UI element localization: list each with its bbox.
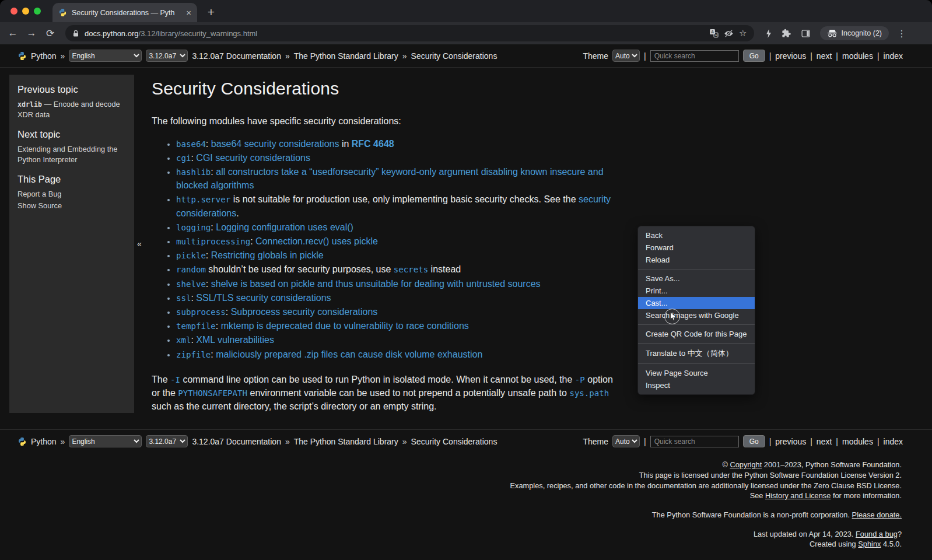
relbar-link-modules[interactable]: modules (842, 51, 873, 61)
show-source-link[interactable]: Show Source (17, 201, 126, 211)
bookmark-star-icon[interactable]: ☆ (739, 28, 747, 38)
doc-link[interactable]: Logging configuration uses eval() (216, 222, 353, 232)
quick-search-input[interactable] (650, 50, 739, 62)
python-home-link[interactable]: Python (31, 437, 57, 446)
text-run: shouldn’t be used for security purposes,… (206, 264, 394, 274)
forward-button[interactable]: → (23, 25, 40, 41)
doc-link[interactable]: Please donate. (852, 510, 902, 519)
previous-topic-link[interactable]: xdrlib — Encode and decode XDR data (17, 99, 126, 120)
doc-link[interactable]: Connection.recv() uses pickle (255, 236, 378, 246)
version-select[interactable]: 3.12.0a7 (146, 435, 188, 447)
side-panel-icon[interactable] (801, 29, 811, 38)
go-button[interactable]: Go (743, 50, 765, 62)
code-link[interactable]: tempfile (176, 321, 216, 331)
relbar-link-previous[interactable]: previous (775, 437, 806, 446)
active-tab[interactable]: Security Considerations — Pyth × (52, 3, 197, 22)
extensions-puzzle-icon[interactable] (782, 29, 791, 38)
code-link[interactable]: secrets (394, 265, 428, 274)
relbar-link-previous[interactable]: previous (775, 51, 806, 61)
doc-link[interactable]: mktemp is deprecated due to vulnerabilit… (221, 321, 469, 331)
sidebar-heading-this-page: This Page (17, 174, 126, 185)
doc-link[interactable]: shelve is based on pickle and thus unsui… (211, 279, 541, 289)
context-menu-item[interactable]: Save As... (638, 272, 755, 285)
reload-button[interactable]: ⟳ (42, 25, 58, 41)
language-select[interactable]: English (69, 50, 142, 62)
breadcrumb-item[interactable]: 3.12.0a7 Documentation (192, 51, 281, 61)
python-home-link[interactable]: Python (31, 51, 57, 61)
translate-icon[interactable]: Aa (709, 29, 719, 38)
doc-link[interactable]: maliciously prepared .zip files can caus… (216, 349, 482, 359)
tracking-protection-eye-icon[interactable] (724, 29, 734, 38)
code-link[interactable]: multiprocessing (176, 237, 250, 246)
doc-link[interactable]: SSL/TLS security considerations (196, 293, 331, 303)
extension-icon[interactable] (765, 29, 772, 38)
code-link[interactable]: base64 (176, 139, 206, 149)
theme-select[interactable]: Auto (612, 435, 640, 447)
code-link[interactable]: pickle (176, 251, 206, 260)
context-menu-item[interactable]: Search Images with Google (638, 309, 755, 321)
go-button[interactable]: Go (743, 435, 765, 447)
browser-menu-icon[interactable]: ⋮ (897, 28, 906, 39)
code-link[interactable]: zipfile (176, 350, 211, 359)
relbar-link-modules[interactable]: modules (842, 437, 873, 446)
text-run: is not suitable for production use, only… (230, 194, 579, 204)
doc-link[interactable]: RFC 4648 (352, 139, 394, 149)
code-link[interactable]: -I (170, 375, 180, 384)
doc-link[interactable]: Subprocess security considerations (231, 307, 378, 317)
address-bar[interactable]: docs.python.org/3.12/library/security_wa… (65, 25, 754, 41)
code-link[interactable]: PYTHONSAFEPATH (178, 388, 247, 398)
doc-link[interactable]: History and License (765, 491, 831, 500)
back-button[interactable]: ← (5, 25, 21, 41)
next-topic-link[interactable]: Extending and Embedding the Python Inter… (17, 144, 126, 165)
doc-link[interactable]: base64 security considerations (211, 139, 339, 149)
code-link[interactable]: http.server (176, 195, 230, 204)
relbar-link-index[interactable]: index (884, 437, 903, 446)
doc-link[interactable]: XML vulnerabilities (196, 335, 274, 345)
code-link[interactable]: subprocess (176, 307, 226, 317)
quick-search-input[interactable] (650, 436, 739, 447)
code-link[interactable]: xml (176, 335, 191, 345)
context-menu-item[interactable]: Reload (638, 254, 755, 266)
window-close-button[interactable] (10, 8, 17, 15)
doc-link[interactable]: Found a bug (856, 530, 898, 538)
context-menu-item[interactable]: Create QR Code for this Page (638, 328, 755, 340)
context-menu-item[interactable]: Back (638, 229, 755, 242)
sidebar-collapse-handle[interactable]: « (134, 75, 145, 413)
code-link[interactable]: random (176, 265, 206, 274)
doc-link[interactable]: Restricting globals in pickle (211, 250, 324, 260)
code-link[interactable]: -P (575, 375, 585, 384)
new-tab-button[interactable]: + (203, 4, 219, 20)
tab-close-icon[interactable]: × (186, 8, 191, 18)
window-zoom-button[interactable] (34, 8, 41, 15)
sidebar: Previous topic xdrlib — Encode and decod… (9, 75, 134, 413)
report-bug-link[interactable]: Report a Bug (17, 189, 126, 200)
context-menu-item[interactable]: Translate to 中文（简体） (638, 346, 755, 360)
breadcrumb-item[interactable]: The Python Standard Library (294, 51, 398, 61)
window-minimize-button[interactable] (22, 8, 29, 15)
relbar-link-next[interactable]: next (817, 437, 832, 446)
code-link[interactable]: ssl (176, 293, 191, 303)
doc-link[interactable]: Copyright (730, 460, 762, 469)
doc-link[interactable]: Sphinx (858, 540, 881, 548)
context-menu-item[interactable]: View Page Source (638, 367, 755, 379)
code-link[interactable]: logging (176, 223, 211, 232)
code-link[interactable]: hashlib (176, 167, 211, 177)
text-run: ? (898, 530, 902, 538)
context-menu-item[interactable]: Print... (638, 285, 755, 297)
language-select[interactable]: English (69, 435, 142, 447)
breadcrumb-item[interactable]: 3.12.0a7 Documentation (192, 437, 281, 446)
code-link[interactable]: cgi (176, 153, 191, 163)
breadcrumb-item[interactable]: The Python Standard Library (294, 437, 398, 446)
doc-link[interactable]: all constructors take a “usedforsecurity… (176, 167, 604, 190)
context-menu-item[interactable]: Forward (638, 242, 755, 254)
context-menu-item[interactable]: Cast... (638, 297, 755, 309)
context-menu-item[interactable]: Inspect (638, 379, 755, 391)
doc-link[interactable]: CGI security considerations (196, 153, 310, 163)
text-run: The Python Software Foundation is a non-… (652, 510, 852, 519)
version-select[interactable]: 3.12.0a7 (146, 50, 188, 62)
relbar-link-index[interactable]: index (884, 51, 903, 61)
code-link[interactable]: sys.path (569, 388, 609, 398)
relbar-link-next[interactable]: next (817, 51, 832, 61)
code-link[interactable]: shelve (176, 279, 206, 289)
theme-select[interactable]: Auto (612, 50, 640, 62)
